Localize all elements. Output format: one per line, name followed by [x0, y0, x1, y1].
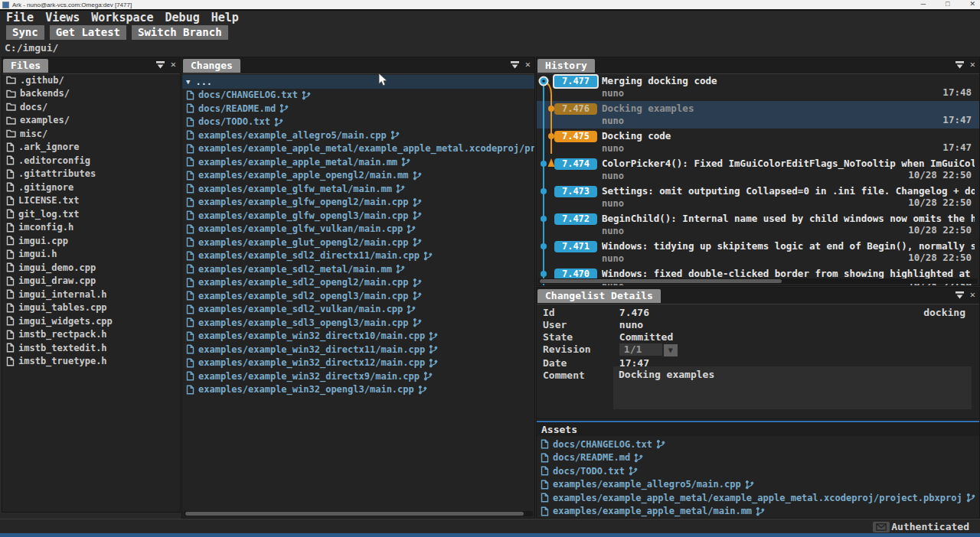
- menu-item-workspace[interactable]: Workspace: [91, 11, 153, 24]
- changed-file-item[interactable]: examples/example_glut_opengl2/main.cpp: [182, 236, 534, 249]
- tab-files[interactable]: Files: [3, 59, 48, 73]
- changed-file-item[interactable]: examples/example_allegro5/main.cpp: [182, 129, 534, 142]
- changed-file-item[interactable]: examples/example_win32_directx10/main.cp…: [182, 330, 534, 343]
- file-tree-item[interactable]: .gitattributes: [2, 168, 180, 181]
- changed-file-item[interactable]: examples/example_win32_directx12/main.cp…: [182, 356, 534, 370]
- mail-icon[interactable]: [873, 522, 890, 532]
- switch-branch-button[interactable]: Switch Branch: [132, 25, 228, 40]
- sync-button[interactable]: Sync: [6, 25, 44, 40]
- changelist-badge[interactable]: 7.475: [554, 131, 597, 142]
- changed-file-item[interactable]: examples/example_sdl2_metal/main.mm: [182, 262, 534, 276]
- file-tree-item[interactable]: .gitignore: [2, 181, 180, 194]
- commit-title: BeginChild(): Internal name used by chil…: [602, 213, 975, 224]
- changelist-badge[interactable]: 7.472: [554, 213, 597, 225]
- menu-item-help[interactable]: Help: [211, 11, 239, 24]
- changed-file-item[interactable]: examples/example_glfw_vulkan/main.cpp: [182, 223, 534, 236]
- changed-file-item[interactable]: examples/example_glfw_metal/main.mm: [182, 182, 534, 196]
- history-hscrollbar[interactable]: [538, 278, 978, 284]
- close-panel-icon[interactable]: ✕: [970, 60, 975, 70]
- changed-file-item[interactable]: examples/example_sdl2_vulkan/main.cpp: [182, 303, 534, 317]
- history-entry[interactable]: 7.472BeginChild(): Internal name used by…: [537, 211, 979, 239]
- close-panel-icon[interactable]: ✕: [525, 60, 531, 70]
- asset-item[interactable]: examples/example_apple_metal/main.mm: [537, 505, 979, 519]
- file-tree-item[interactable]: imgui.h: [2, 248, 180, 262]
- file-tree-item[interactable]: imstb_rectpack.h: [2, 328, 180, 342]
- file-tree-item[interactable]: .ark_ignore: [2, 141, 180, 155]
- asset-item[interactable]: examples/example_allegro5/main.cpp: [537, 478, 979, 492]
- changelist-badge[interactable]: 7.474: [554, 158, 597, 170]
- changed-file-item[interactable]: examples/example_glfw_opengl2/main.cpp: [182, 196, 534, 210]
- scrollbar-thumb[interactable]: [185, 512, 524, 516]
- filter-icon[interactable]: [510, 60, 520, 69]
- expand-arrow-icon[interactable]: ▼: [186, 78, 190, 86]
- changes-root-row[interactable]: ▼...: [182, 75, 534, 89]
- history-entry[interactable]: 7.474ColorPicker4(): Fixed ImGuiColorEdi…: [537, 156, 979, 184]
- filter-icon[interactable]: [155, 60, 165, 69]
- changed-file-item[interactable]: examples/example_sdl3_opengl3/main.cpp: [182, 316, 534, 330]
- changelist-badge[interactable]: 7.476: [554, 103, 597, 115]
- history-entry[interactable]: 7.477Merging docking codenuno17:48: [537, 73, 979, 101]
- comment-box[interactable]: Docking examples: [613, 366, 972, 409]
- file-tree-item[interactable]: imgui_internal.h: [2, 288, 180, 301]
- changelist-badge[interactable]: 7.473: [554, 186, 597, 197]
- close-panel-icon[interactable]: ✕: [171, 60, 176, 70]
- changed-file-item[interactable]: examples/example_win32_opengl3/main.cpp: [182, 383, 534, 397]
- history-entry[interactable]: 7.473Settings: omit outputing Collapsed=…: [537, 184, 979, 211]
- changed-file-item[interactable]: examples/example_sdl2_opengl3/main.cpp: [182, 289, 534, 303]
- menu-item-debug[interactable]: Debug: [165, 11, 200, 24]
- file-tree-item[interactable]: imgui_demo.cpp: [2, 261, 180, 275]
- file-tree-item[interactable]: imconfig.h: [2, 221, 180, 235]
- file-tree-item[interactable]: imgui_widgets.cpp: [2, 314, 180, 328]
- file-tree-item[interactable]: imgui.cpp: [2, 234, 180, 248]
- filter-icon[interactable]: [955, 60, 965, 69]
- revision-dropdown[interactable]: ▼: [664, 344, 678, 356]
- scrollbar-thumb[interactable]: [540, 279, 782, 283]
- changed-file-item[interactable]: examples/example_apple_metal/example_app…: [182, 142, 534, 156]
- history-entry[interactable]: 7.476Docking examplesnuno17:47: [537, 101, 979, 129]
- file-name: misc/: [20, 129, 47, 139]
- file-tree-item[interactable]: git_log.txt: [2, 207, 180, 221]
- file-tree-item[interactable]: .editorconfig: [2, 154, 180, 168]
- file-tree-item[interactable]: misc/: [2, 127, 180, 141]
- file-tree-item[interactable]: LICENSE.txt: [2, 194, 180, 208]
- tab-changelist-details[interactable]: Changelist Details: [537, 289, 661, 303]
- file-tree-item[interactable]: examples/: [2, 114, 180, 128]
- changed-file-item[interactable]: examples/example_sdl2_opengl2/main.cpp: [182, 276, 534, 290]
- file-tree-item[interactable]: backends/: [2, 87, 180, 101]
- asset-item[interactable]: docs/TODO.txt: [537, 464, 979, 478]
- changed-file-item[interactable]: examples/example_apple_opengl2/main.mm: [182, 169, 534, 183]
- file-tree-item[interactable]: imstb_truetype.h: [2, 355, 180, 369]
- history-entry[interactable]: 7.471Windows: tidying up skipitems logic…: [537, 239, 979, 266]
- close-button[interactable]: ✕: [969, 0, 975, 8]
- changed-file-item[interactable]: docs/README.md: [182, 102, 534, 116]
- changed-file-item[interactable]: docs/CHANGELOG.txt: [182, 89, 534, 103]
- changed-file-item[interactable]: docs/TODO.txt: [182, 116, 534, 129]
- changed-file-item[interactable]: examples/example_sdl2_directx11/main.cpp: [182, 249, 534, 263]
- file-tree-item[interactable]: imgui_draw.cpp: [2, 275, 180, 288]
- menu-item-views[interactable]: Views: [45, 11, 80, 24]
- file-tree-item[interactable]: docs/: [2, 100, 180, 114]
- changed-file-item[interactable]: examples/example_apple_metal/main.mm: [182, 155, 534, 169]
- changelist-badge[interactable]: 7.477: [553, 74, 599, 89]
- tab-changes[interactable]: Changes: [183, 59, 240, 73]
- asset-item[interactable]: examples/example_apple_metal/example_app…: [537, 491, 979, 505]
- changed-file-item[interactable]: examples/example_glfw_opengl3/main.cpp: [182, 209, 534, 223]
- file-path: examples/example_glfw_opengl3/main.cpp: [198, 210, 409, 221]
- asset-item[interactable]: docs/README.md: [537, 451, 979, 465]
- file-tree-item[interactable]: .github/: [2, 73, 180, 87]
- changed-file-item[interactable]: examples/example_win32_directx9/main.cpp: [182, 369, 534, 383]
- file-tree-item[interactable]: imstb_textedit.h: [2, 341, 180, 355]
- changelist-badge[interactable]: 7.471: [554, 241, 597, 252]
- minimize-button[interactable]: ─: [921, 0, 926, 8]
- file-tree-item[interactable]: imgui_tables.cpp: [2, 301, 180, 315]
- asset-item[interactable]: docs/CHANGELOG.txt: [537, 438, 979, 451]
- tab-history[interactable]: History: [537, 59, 595, 73]
- history-entry[interactable]: 7.475Docking codenuno17:47: [537, 129, 979, 156]
- changed-file-item[interactable]: examples/example_win32_directx11/main.cp…: [182, 343, 534, 356]
- close-panel-icon[interactable]: ✕: [970, 290, 975, 300]
- maximize-button[interactable]: □: [946, 0, 949, 8]
- changes-hscrollbar[interactable]: [184, 511, 533, 516]
- filter-icon[interactable]: [955, 291, 965, 299]
- menu-item-file[interactable]: File: [6, 11, 34, 24]
- get-latest-button[interactable]: Get Latest: [50, 25, 126, 40]
